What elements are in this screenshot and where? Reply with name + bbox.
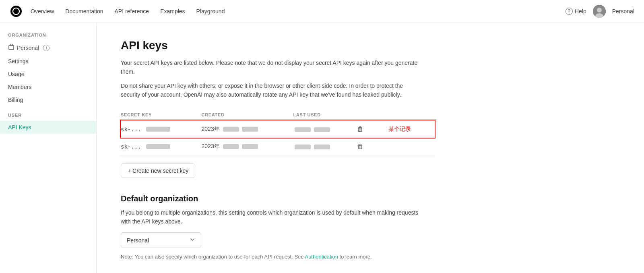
avatar[interactable] [593,5,606,18]
key-blur-2 [146,144,170,149]
created-cell-1: 2023年 [202,120,293,138]
last-used-blur-2 [295,145,311,149]
key-prefix-1: sk-... [121,126,141,132]
delete-icon-2[interactable]: 🗑 [355,141,365,151]
created-date-blur-1 [223,127,239,132]
sidebar-item-billing[interactable]: Billing [0,93,96,106]
authentication-link[interactable]: Authentication [305,254,338,260]
page-layout: ORGANIZATION Personal i Settings Usage M… [0,23,644,273]
default-org-desc: If you belong to multiple organizations,… [121,208,423,226]
api-keys-label: API Keys [8,124,31,130]
sidebar-item-api-keys[interactable]: API Keys [0,121,96,134]
members-label: Members [8,84,31,90]
created-year-1: 2023年 [202,126,220,132]
sidebar-item-personal[interactable]: Personal i [0,41,96,55]
usage-label: Usage [8,71,24,77]
settings-label: Settings [8,58,29,64]
last-used-blur-1b [314,127,330,132]
top-navigation: Overview Documentation API reference Exa… [0,0,644,23]
table-row: sk-... 2023年 [121,120,435,138]
nav-playground[interactable]: Playground [196,8,225,14]
created-year-2: 2023年 [202,143,220,149]
billing-label: Billing [8,97,23,103]
sidebar-item-usage[interactable]: Usage [0,68,96,81]
description-2: Do not share your API key with others, o… [121,81,423,99]
nav-overview[interactable]: Overview [31,8,54,14]
last-used-cell-1 [293,120,355,138]
page-title: API keys [121,39,435,52]
key-prefix-2: sk-... [121,143,141,150]
svg-rect-3 [9,46,14,50]
annotation-cell: 某个记录 [377,120,435,138]
created-date-blur-2 [223,144,239,149]
org-section-label: ORGANIZATION [0,33,96,41]
note-suffix: to learn more. [338,254,372,260]
default-org-title: Default organization [121,194,435,203]
description-1: Your secret API keys are listed below. P… [121,58,423,77]
delete-cell-1[interactable]: 🗑 [355,120,377,138]
note-prefix: Note: You can also specify which organiz… [121,254,305,260]
help-button[interactable]: ? Help [566,8,586,15]
nav-documentation[interactable]: Documentation [65,8,103,14]
created-cell-2: 2023年 [202,138,293,155]
key-cell-1: sk-... [121,120,202,138]
create-secret-key-button[interactable]: + Create new secret key [121,163,195,178]
svg-point-1 [597,8,602,12]
main-content: API keys Your secret API keys are listed… [97,23,459,273]
last-used-blur-2b [314,145,330,149]
created-date-blur-1b [242,127,258,132]
row-annotation: 某个记录 [388,126,411,132]
note-text: Note: You can also specify which organiz… [121,254,402,260]
user-section-label: USER [0,113,96,121]
sidebar-item-members[interactable]: Members [0,81,96,93]
chevron-down-icon [190,237,195,244]
info-icon: i [43,45,50,51]
nav-examples[interactable]: Examples [160,8,185,14]
col-last-used: LAST USED [293,109,355,121]
col-secret-key: SECRET KEY [121,109,202,121]
key-cell-2: sk-... [121,138,202,155]
last-used-cell-2 [293,138,355,155]
sidebar: ORGANIZATION Personal i Settings Usage M… [0,23,97,273]
table-row: sk-... 2023年 [121,138,435,155]
user-section: USER API Keys [0,113,96,134]
nav-links: Overview Documentation API reference Exa… [31,8,566,14]
delete-cell-2[interactable]: 🗑 [355,138,377,155]
delete-icon-1[interactable]: 🗑 [355,124,365,134]
personal-label[interactable]: Personal [612,8,634,14]
help-label: Help [575,8,586,14]
last-used-blur-1 [295,127,311,132]
help-circle-icon: ? [566,8,573,15]
key-blur-1 [146,127,170,132]
openai-logo [10,5,23,18]
nav-api-reference[interactable]: API reference [115,8,149,14]
sidebar-item-settings[interactable]: Settings [0,55,96,68]
personal-sidebar-label: Personal [17,45,39,51]
building-icon [8,44,14,52]
org-dropdown-value: Personal [127,237,149,244]
col-created: CREATED [202,109,293,121]
api-keys-table: SECRET KEY CREATED LAST USED sk-... [121,109,435,155]
org-dropdown[interactable]: Personal [121,232,201,248]
created-date-blur-2b [242,144,258,149]
nav-right: ? Help Personal [566,5,634,18]
